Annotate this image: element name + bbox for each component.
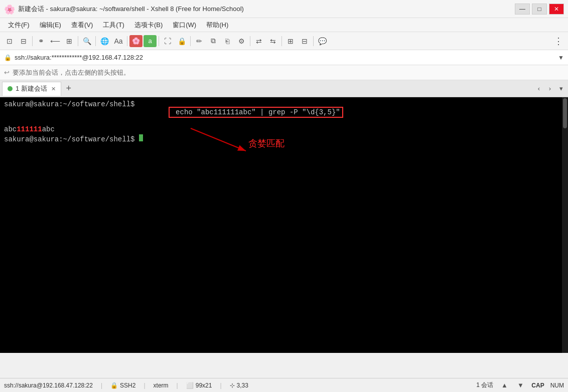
window-title: 新建会话 - sakura@sakura: ~/software/shell -… xyxy=(18,5,244,14)
sep8 xyxy=(281,36,282,46)
terminal-line-2: abc111111abc xyxy=(4,125,558,133)
chat-button[interactable]: 💬 xyxy=(316,35,329,47)
terminal-cursor xyxy=(139,134,143,141)
maximize-button[interactable]: □ xyxy=(532,4,547,15)
title-bar: 🌸 新建会话 - sakura@sakura: ~/software/shell… xyxy=(0,0,568,18)
sep5 xyxy=(159,36,159,46)
new-session-button[interactable]: ⊡ xyxy=(3,35,16,47)
info-text: 要添加当前会话，点击左侧的箭头按钮。 xyxy=(13,68,130,77)
add-tab-button[interactable]: + xyxy=(62,82,75,95)
status-term: xterm xyxy=(154,382,169,389)
sep6 xyxy=(190,36,191,46)
size-icon: ⬜ xyxy=(186,382,194,389)
open-button[interactable]: ⊟ xyxy=(17,35,30,47)
status-protocol: 🔒 SSH2 xyxy=(110,382,135,389)
status-sep-1: | xyxy=(101,382,102,389)
cursor-icon: ⊹ xyxy=(230,382,235,389)
sep4 xyxy=(127,36,127,46)
status-sep-2: | xyxy=(144,382,145,389)
status-bar: ssh://sakura@192.168.47.128:22 | 🔒 SSH2 … xyxy=(0,378,568,392)
terminal-wrapper: sakura@sakura:~/software/shell$ echo "ab… xyxy=(0,97,568,353)
green-button[interactable]: a xyxy=(144,35,157,47)
sep3 xyxy=(95,36,96,46)
close-button[interactable]: ✕ xyxy=(549,4,564,15)
scrollbar-thumb[interactable] xyxy=(563,98,567,128)
settings-button[interactable]: ⚙ xyxy=(235,35,248,47)
add-pane-button[interactable]: ⊞ xyxy=(284,35,297,47)
status-cursor: ⊹ 3,33 xyxy=(230,382,248,389)
address-dropdown-icon[interactable]: ▼ xyxy=(558,54,564,61)
menu-view[interactable]: 查看(V) xyxy=(67,20,97,31)
menu-file[interactable]: 文件(F) xyxy=(4,20,34,31)
toolbar-more-button[interactable]: ⋮ xyxy=(552,36,565,47)
menu-help[interactable]: 帮助(H) xyxy=(202,20,232,31)
tab-label: 1 新建会话 xyxy=(16,84,47,93)
status-sep-3: | xyxy=(177,382,178,389)
lock-button[interactable]: 🔒 xyxy=(175,35,188,47)
info-arrow-icon: ↩ xyxy=(4,69,10,76)
sep9 xyxy=(313,36,314,46)
edit-button[interactable]: ✏ xyxy=(193,35,206,47)
font-button[interactable]: Aa xyxy=(112,35,125,47)
tab-close-button[interactable]: ✕ xyxy=(51,86,56,92)
output-highlight: 111111 xyxy=(17,125,42,133)
menu-tools[interactable]: 工具(T) xyxy=(99,20,128,31)
tab-prev-button[interactable]: ‹ xyxy=(534,84,544,94)
tab-menu-button[interactable]: ▾ xyxy=(556,84,566,94)
terminal-line-1: sakura@sakura:~/software/shell$ echo "ab… xyxy=(4,100,558,124)
tab-1[interactable]: 1 新建会话 ✕ xyxy=(2,82,61,96)
terminal-scrollbar[interactable] xyxy=(562,97,568,353)
status-num: NUM xyxy=(550,382,564,389)
status-sep-4: | xyxy=(220,382,221,389)
scroll-down-button[interactable]: ▼ xyxy=(515,380,525,390)
lock-icon: 🔒 xyxy=(4,54,12,61)
tab-status-dot xyxy=(8,86,13,91)
disconnect-button[interactable]: ⟵ xyxy=(49,35,62,47)
terminal-line-3: sakura@sakura:~/software/shell$ xyxy=(4,134,558,143)
status-cap: CAP xyxy=(531,382,544,389)
transfer2-button[interactable]: ⇆ xyxy=(266,35,279,47)
fullscreen-button[interactable]: ⛶ xyxy=(161,35,174,47)
search-button[interactable]: 🔍 xyxy=(80,35,93,47)
size-text: 99x21 xyxy=(196,382,212,389)
duplicate-button[interactable]: ⊞ xyxy=(63,35,76,47)
status-right: 1 会话 ▲ ▼ CAP NUM xyxy=(476,380,564,390)
toolbar: ⊡ ⊟ ⚭ ⟵ ⊞ 🔍 🌐 Aa 🌸 a ⛶ 🔒 ✏ ⧉ ⎗ ⚙ ⇄ ⇆ ⊞ ⊟… xyxy=(0,32,568,50)
sep1 xyxy=(32,36,33,46)
globe-button[interactable]: 🌐 xyxy=(98,35,111,47)
menu-bar: 文件(F) 编辑(E) 查看(V) 工具(T) 选项卡(B) 窗口(W) 帮助(… xyxy=(0,18,568,32)
prompt-1: sakura@sakura:~/software/shell$ xyxy=(4,100,134,108)
menu-tabs[interactable]: 选项卡(B) xyxy=(130,20,167,31)
paste-button[interactable]: ⎗ xyxy=(221,35,234,47)
lock-status-icon: 🔒 xyxy=(110,382,118,389)
prompt-2: sakura@sakura:~/software/shell$ xyxy=(4,135,134,143)
xshell-logo-button[interactable]: 🌸 xyxy=(129,35,143,47)
title-bar-left: 🌸 新建会话 - sakura@sakura: ~/software/shell… xyxy=(4,4,244,14)
split-button[interactable]: ⊟ xyxy=(298,35,311,47)
cmd-box-wrapper: echo "abc111111abc" | grep -P "\d{3,5}" xyxy=(134,100,343,124)
tab-navigation: ‹ › ▾ xyxy=(534,84,566,94)
menu-edit[interactable]: 编辑(E) xyxy=(36,20,65,31)
cursor-pos: 3,33 xyxy=(237,382,248,389)
connect-button[interactable]: ⚭ xyxy=(35,35,48,47)
status-sessions: 1 会话 xyxy=(476,381,493,389)
app-logo: 🌸 xyxy=(4,4,14,14)
tab-next-button[interactable]: › xyxy=(545,84,555,94)
output-prefix: abc xyxy=(4,125,17,133)
transfer-button[interactable]: ⇄ xyxy=(252,35,265,47)
sep2 xyxy=(78,36,78,46)
address-text: ssh://sakura:************@192.168.47.128… xyxy=(15,54,555,61)
copy-button[interactable]: ⧉ xyxy=(207,35,220,47)
tab-bar: 1 新建会话 ✕ + ‹ › ▾ xyxy=(0,80,568,97)
status-size: ⬜ 99x21 xyxy=(186,382,212,389)
terminal[interactable]: sakura@sakura:~/software/shell$ echo "ab… xyxy=(0,97,562,353)
sep7 xyxy=(250,36,250,46)
minimize-button[interactable]: — xyxy=(515,4,530,15)
protocol-text: SSH2 xyxy=(120,382,135,389)
address-bar: 🔒 ssh://sakura:************@192.168.47.1… xyxy=(0,50,568,65)
command-box: echo "abc111111abc" | grep -P "\d{3,5}" xyxy=(169,107,343,118)
menu-window[interactable]: 窗口(W) xyxy=(169,20,200,31)
scroll-up-button[interactable]: ▲ xyxy=(499,380,509,390)
output-suffix: abc xyxy=(42,125,55,133)
info-bar: ↩ 要添加当前会话，点击左侧的箭头按钮。 xyxy=(0,65,568,80)
